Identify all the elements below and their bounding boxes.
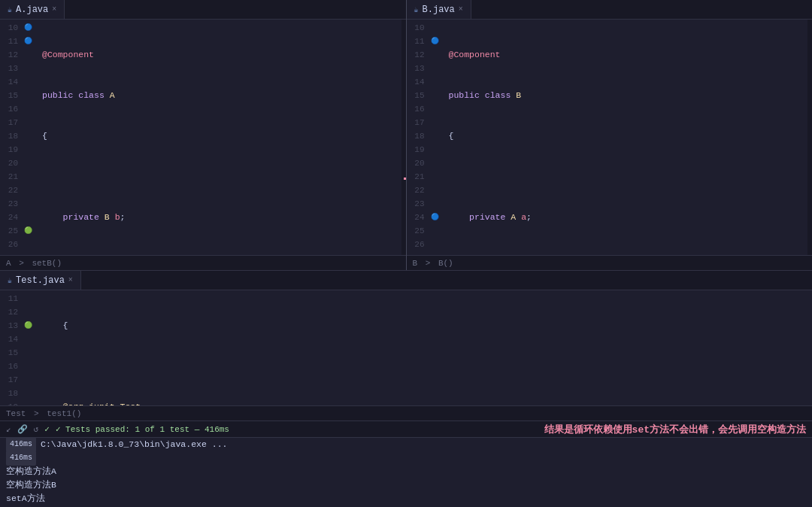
right-code-content: @Component public class B { private A a;… <box>443 20 808 255</box>
code-line-b12: { <box>449 129 802 143</box>
test-gutter: 🟢 <box>24 290 36 405</box>
test-pass-text: ✓ Tests passed: 1 of 1 test — 416ms <box>56 424 229 434</box>
status-bar: ↙ 🔗 ↺ ✓ ✓ Tests passed: 1 of 1 test — 41… <box>0 421 812 438</box>
left-code-content: @Component public class A { private B b;… <box>36 20 401 255</box>
test-breadcrumb: Test > test1() <box>0 405 812 420</box>
right-breadcrumb-method: B() <box>438 259 453 268</box>
test-tab-bar: ☕ Test.java × <box>0 271 812 290</box>
output-command-line: 416ms C:\Java\jdk1.8.0_73\bin\java.exe .… <box>0 438 812 451</box>
tab-b-java-label: B.java <box>423 5 455 15</box>
java-file-icon: ☕ <box>8 5 12 14</box>
right-line-numbers: 10 11 12 13 14 15 16 17 18 19 20 21 22 2… <box>407 20 431 255</box>
test-code-area: 11 12 13 14 15 16 17 18 19 🟢 <box>0 290 812 405</box>
right-editor: ☕ B.java × 10 11 12 13 14 15 16 17 18 19 <box>407 0 813 270</box>
test-code-content: { @org.junit.Test public void test1(){ A… <box>36 290 812 405</box>
code-line-a13 <box>42 170 395 184</box>
close-test-java-icon[interactable]: × <box>68 276 73 284</box>
test-line-numbers: 11 12 13 14 15 16 17 18 19 <box>0 290 24 405</box>
right-breadcrumb: B > B() <box>407 255 813 270</box>
output-time-line: 416ms <box>0 451 812 465</box>
output-line-1: 空构造方法A <box>0 465 812 478</box>
code-line-a11: public class A <box>42 89 395 102</box>
test-line-11: { <box>42 319 806 332</box>
close-a-java-icon[interactable]: × <box>52 5 56 14</box>
left-gutter: 🔵 🔵 🟢 <box>24 20 36 255</box>
left-line-numbers: 10 11 12 13 14 15 16 17 18 19 20 21 22 2… <box>0 20 24 255</box>
tab-test-java-label: Test.java <box>16 275 65 286</box>
left-breadcrumb-class: A <box>6 259 11 268</box>
java-file-icon-b: ☕ <box>414 5 419 14</box>
tab-a-java[interactable]: ☕ A.java × <box>0 0 65 19</box>
tab-test-java[interactable]: ☕ Test.java × <box>0 271 81 290</box>
result-comment: 结果是循环依赖使用set方法不会出错，会先调用空构造方法 <box>544 423 806 436</box>
output-line-3: setA方法 <box>0 492 812 505</box>
output-line-2: 空构造方法B <box>0 478 812 492</box>
left-scrollbar[interactable] <box>401 20 406 255</box>
tab-b-java[interactable]: ☕ B.java × <box>407 0 471 19</box>
code-line-b11: public class B <box>449 89 802 102</box>
left-breadcrumb-method: setB() <box>32 259 62 268</box>
output-command: C:\Java\jdk1.8.0_73\bin\java.exe ... <box>41 438 227 451</box>
right-gutter: 🔵 🔵 <box>431 20 443 255</box>
code-line-b10: @Component <box>449 48 802 62</box>
left-scrollbar-marker <box>404 178 406 180</box>
checkmark-icon: ✓ <box>44 424 50 434</box>
left-editor: ☕ A.java × 10 11 12 13 14 15 16 17 18 19 <box>0 0 407 270</box>
test-breadcrumb-class: Test <box>6 409 26 418</box>
test-breadcrumb-method: test1() <box>47 409 81 418</box>
left-breadcrumb: A > setB() <box>0 255 406 270</box>
link-icon[interactable]: 🔗 <box>17 424 28 434</box>
right-breadcrumb-class: B <box>413 259 418 268</box>
output-area: 416ms C:\Java\jdk1.8.0_73\bin\java.exe .… <box>0 438 812 507</box>
code-line-b14: private A a; <box>449 211 802 224</box>
right-tab-bar: ☕ B.java × <box>407 0 813 20</box>
test-line-12 <box>42 360 806 373</box>
tab-a-java-label: A.java <box>16 5 48 15</box>
nav-down-icon[interactable]: ↙ <box>6 424 11 434</box>
test-editor: ☕ Test.java × 11 12 13 14 15 16 17 18 19 <box>0 271 812 421</box>
code-line-a10: @Component <box>42 48 395 62</box>
right-code-area: 10 11 12 13 14 15 16 17 18 19 20 21 22 2… <box>407 20 813 255</box>
code-line-b13 <box>449 170 802 184</box>
test-line-13: @org.junit.Test <box>42 400 806 405</box>
left-tab-bar: ☕ A.java × <box>0 0 406 20</box>
time-badge-2: 416ms <box>6 451 36 466</box>
java-file-icon-test: ☕ <box>8 276 12 285</box>
output-section: ↙ 🔗 ↺ ✓ ✓ Tests passed: 1 of 1 test — 41… <box>0 421 812 507</box>
code-line-a14: private B b; <box>42 211 395 224</box>
left-code-area: 10 11 12 13 14 15 16 17 18 19 20 21 22 2… <box>0 20 406 255</box>
bottom-section: ☕ Test.java × 11 12 13 14 15 16 17 18 19 <box>0 271 812 507</box>
refresh-icon[interactable]: ↺ <box>34 424 39 434</box>
code-line-a12: { <box>42 129 395 143</box>
close-b-java-icon[interactable]: × <box>459 5 463 14</box>
right-scrollbar[interactable] <box>807 20 812 255</box>
editors-area: ☕ A.java × 10 11 12 13 14 15 16 17 18 19 <box>0 0 812 271</box>
